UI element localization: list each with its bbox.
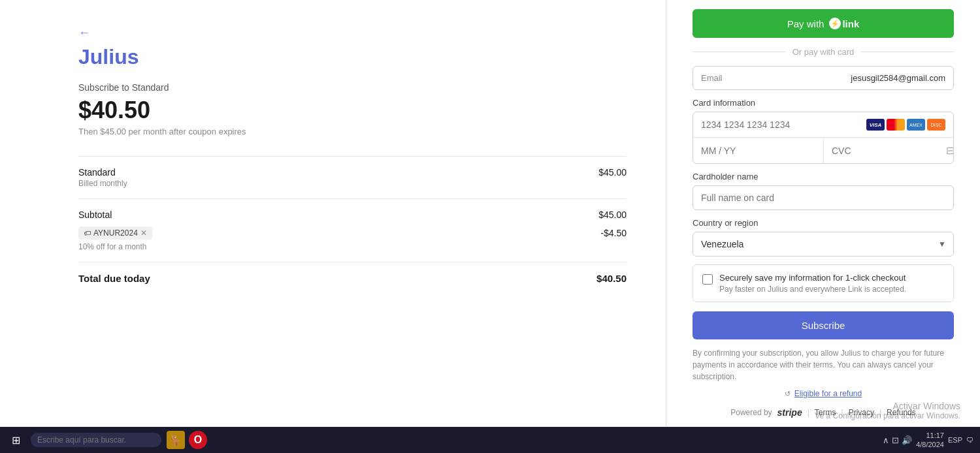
email-value: jesusgil2584@gmail.com [851,73,945,83]
card-icons: VISA AMEX DISC [866,119,945,131]
email-group: Email jesusgil2584@gmail.com [693,66,954,90]
coupon-remove-x[interactable]: ✕ [140,228,147,238]
cvc-card-icon: ⊟ [946,144,954,157]
line-item-standard: Standard Billed monthly $45.00 [78,167,627,188]
card-expiry-input[interactable] [693,138,824,163]
divider-2 [78,198,627,199]
taskbar-app-opera-icon[interactable]: O [189,431,207,449]
email-label-inline: Email [701,73,723,83]
taskbar: ⊞ 🦌 O ∧ ⊡ 🔊 11:17 4/8/2024 ESP 🗨 [0,427,980,453]
country-wrapper: Venezuela ▼ [693,232,954,257]
save-info-checkbox[interactable] [702,274,713,285]
mastercard-icon [887,119,905,131]
card-expiry-cvc-row: ⊟ [693,138,953,163]
clock-area: 11:17 4/8/2024 [916,431,944,450]
cardholder-group: Cardholder name [693,172,954,210]
line-item-label: Standard [78,167,127,178]
footer-links: Terms | Privacy | Refunds [815,408,916,417]
volume-icon: 🔊 [902,435,912,445]
total-row: Total due today $40.50 [78,273,627,284]
coupon-note: 10% off for a month [78,242,627,251]
country-select[interactable]: Venezuela [693,232,954,257]
cardholder-label: Cardholder name [693,172,954,181]
chevron-up-icon[interactable]: ∧ [883,435,889,445]
taskbar-app-deer-icon[interactable]: 🦌 [167,431,185,449]
clock-time: 11:17 [916,431,944,440]
country-group: Country or region Venezuela ▼ [693,218,954,257]
price-display: $40.50 [78,97,627,124]
subscribe-button[interactable]: Subscribe [693,311,954,339]
save-info-main-text: Securely save my information for 1-click… [719,273,906,283]
refund-row: ↺ Eligible for a refund [693,389,954,398]
card-number-input[interactable] [701,119,866,130]
pay-with-text: Pay with [787,18,825,29]
subtotal-value: $45.00 [598,210,627,220]
refund-link[interactable]: Eligible for a refund [794,389,862,398]
or-divider: Or pay with card [693,47,954,57]
total-value: $40.50 [596,273,627,284]
language-indicator: ESP [948,436,962,444]
powered-label: Powered by [730,408,772,417]
or-text: Or pay with card [792,47,855,57]
save-info-sub-text: Pay faster on Julius and everywhere Link… [719,285,906,294]
terms-text: By confirming your subscription, you all… [693,347,954,383]
link-brand-text: link [842,18,859,29]
start-button[interactable]: ⊞ [7,431,25,449]
search-wrapper [31,433,161,447]
card-cvc-wrapper: ⊟ [824,138,954,163]
coupon-badge[interactable]: 🏷 AYNUR2024 ✕ [78,226,152,240]
subtotal-label: Subtotal [78,210,112,220]
total-label: Total due today [78,273,150,284]
back-arrow[interactable]: ← [78,26,90,40]
taskbar-left: ⊞ 🦌 O [7,431,207,449]
left-panel: ← Julius Subscribe to Standard $40.50 Th… [0,0,666,427]
card-info-group: Card information VISA AMEX DISC ⊟ [693,98,954,164]
powered-row: Powered by stripe | Terms | Privacy | Re… [693,407,954,418]
pay-with-link-button[interactable]: Pay with ⚡ link [693,9,954,38]
line-item-sublabel: Billed monthly [78,179,127,188]
taskbar-search-input[interactable] [31,433,161,447]
line-item-value: $45.00 [598,167,627,178]
clock-date: 4/8/2024 [916,440,944,449]
network-icon: ⊡ [892,435,899,445]
coupon-discount-value: -$4.50 [600,228,627,238]
coupon-row: 🏷 AYNUR2024 ✕ -$4.50 [78,226,627,240]
divider-3 [78,262,627,262]
notification-icon[interactable]: 🗨 [966,436,973,444]
brand-title: Julius [78,45,627,69]
card-info-box: VISA AMEX DISC ⊟ [693,112,954,164]
footer-link-refunds[interactable]: Refunds [887,408,916,417]
subtotal-row: Subtotal $45.00 [78,210,627,220]
tag-icon: 🏷 [84,229,91,237]
taskbar-right: ∧ ⊡ 🔊 11:17 4/8/2024 ESP 🗨 [883,431,973,450]
card-number-row: VISA AMEX DISC [693,112,953,138]
card-cvc-input[interactable] [832,146,946,156]
right-panel: Pay with ⚡ link Or pay with card Email j… [666,0,980,427]
taskbar-app-icons: 🦌 O [167,431,207,449]
refresh-icon: ↺ [785,390,791,398]
footer-sep-1: | [808,408,809,417]
save-info-box: Securely save my information for 1-click… [693,264,954,302]
subscribe-label: Subscribe to Standard [78,82,627,93]
footer-sep-2: | [841,408,843,417]
divider-1 [78,156,627,157]
cardholder-input[interactable] [693,185,954,210]
card-info-label: Card information [693,98,954,108]
price-note: Then $45.00 per month after coupon expir… [78,127,627,136]
link-bolt-icon: ⚡ [829,18,841,29]
amex-icon: AMEX [907,119,925,131]
coupon-code: AYNUR2024 [93,228,138,238]
footer-link-privacy[interactable]: Privacy [849,408,874,417]
stripe-logo: stripe [777,407,802,418]
link-logo: ⚡ link [829,18,859,29]
footer-link-terms[interactable]: Terms [815,408,836,417]
country-label: Country or region [693,218,954,228]
visa-icon: VISA [866,119,885,131]
system-icons: ∧ ⊡ 🔊 [883,435,912,445]
footer-sep-3: | [879,408,881,417]
discover-icon: DISC [927,119,945,131]
